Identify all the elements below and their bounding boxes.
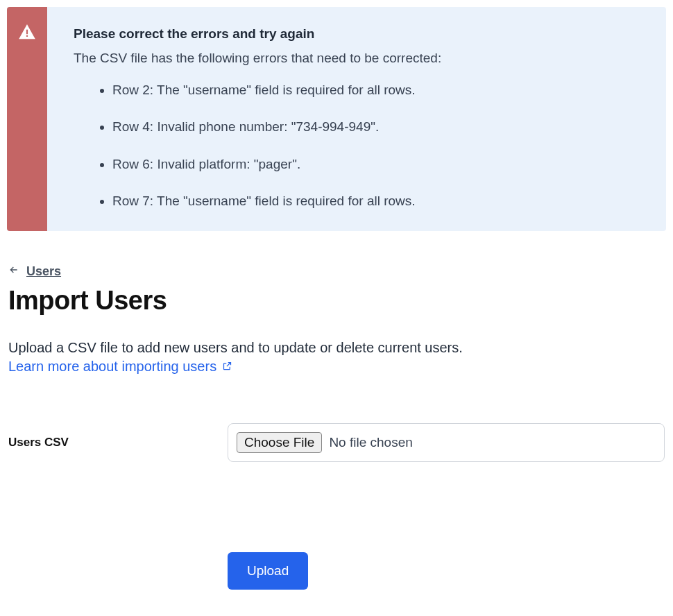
form-row-csv: Users CSV Choose File No file chosen [8, 423, 665, 462]
alert-subtitle: The CSV file has the following errors th… [74, 48, 441, 68]
alert-error-list: Row 2: The "username" field is required … [74, 80, 441, 212]
choose-file-button[interactable]: Choose File [237, 432, 322, 453]
warning-icon [18, 24, 36, 44]
breadcrumb-users-link[interactable]: Users [26, 264, 61, 279]
alert-stripe [7, 7, 47, 231]
csv-field-label: Users CSV [8, 423, 228, 450]
alert-error-item: Row 4: Invalid phone number: "734-994-94… [112, 117, 441, 137]
alert-error-item: Row 2: The "username" field is required … [112, 80, 441, 100]
error-alert: Please correct the errors and try again … [7, 7, 666, 231]
external-link-icon [222, 359, 232, 375]
page-description: Upload a CSV file to add new users and t… [8, 336, 665, 359]
file-status-text: No file chosen [329, 435, 412, 450]
svg-rect-0 [26, 30, 28, 35]
alert-content: Please correct the errors and try again … [47, 7, 462, 231]
submit-row: Upload [8, 552, 665, 590]
upload-button[interactable]: Upload [228, 552, 308, 590]
alert-error-item: Row 7: The "username" field is required … [112, 191, 441, 211]
page-body: Users Import Users Upload a CSV file to … [7, 264, 666, 590]
svg-rect-1 [26, 35, 28, 37]
page-title: Import Users [8, 286, 665, 316]
arrow-left-icon[interactable] [8, 264, 19, 279]
file-input[interactable]: Choose File No file chosen [228, 423, 665, 462]
alert-error-item: Row 6: Invalid platform: "pager". [112, 154, 441, 174]
learn-more-link[interactable]: Learn more about importing users [8, 359, 232, 375]
breadcrumb: Users [8, 264, 665, 279]
learn-more-label: Learn more about importing users [8, 359, 216, 375]
alert-title: Please correct the errors and try again [74, 24, 441, 44]
